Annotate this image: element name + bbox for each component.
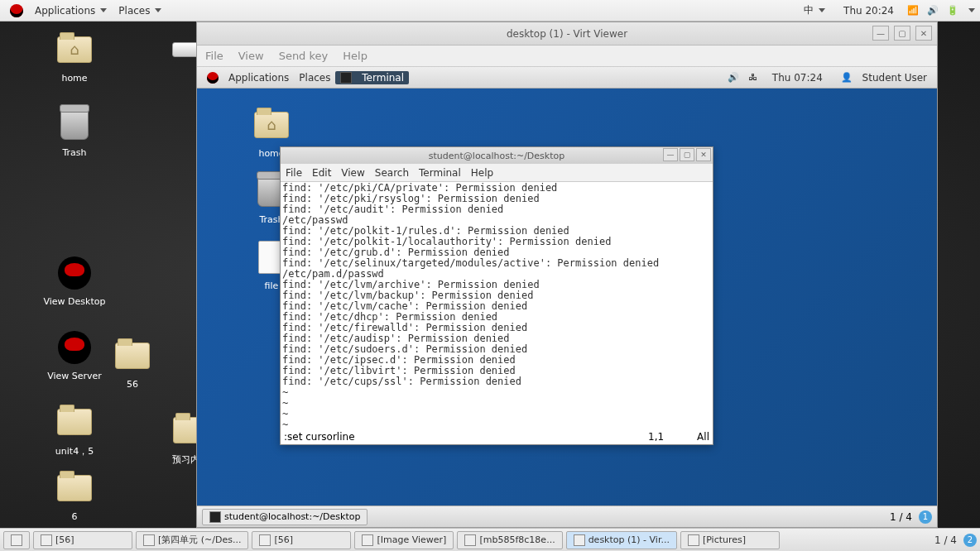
virt-viewer-window: desktop (1) - Virt Viewer — ▢ ✕ File Vie… <box>196 22 938 528</box>
network-icon[interactable]: 📶 <box>907 5 919 17</box>
host-workspace-badge[interactable]: 2 <box>963 534 977 547</box>
guest-applications-menu[interactable]: Applications <box>223 70 294 85</box>
guest-user-menu[interactable]: 👤 Student User <box>836 70 932 85</box>
term-menu-view[interactable]: View <box>341 167 364 179</box>
guest-clock[interactable]: Thu 07:24 <box>767 70 828 85</box>
maximize-button[interactable]: ▢ <box>894 26 910 41</box>
chevron-down-icon <box>155 8 161 12</box>
icon-label: Trash <box>62 147 86 158</box>
icon-label: 6 <box>72 511 78 522</box>
terminal-icon <box>340 72 352 84</box>
close-button[interactable]: ✕ <box>915 26 932 41</box>
host-bottom-panel: [56][第四单元 (~/Des...[56][Image Viewer][mb… <box>0 528 980 551</box>
app-icon <box>362 534 373 546</box>
folder-56[interactable]: 56 <box>91 336 174 390</box>
menu-file[interactable]: File <box>205 50 223 62</box>
window-title: desktop (1) - Virt Viewer <box>507 28 627 40</box>
host-taskbar-item[interactable]: [Image Viewer] <box>354 531 454 549</box>
battery-icon[interactable]: 🔋 <box>947 5 958 17</box>
folder-6[interactable]: 6 <box>33 468 116 522</box>
host-taskbar-item[interactable]: desktop (1) - Vir... <box>566 531 677 549</box>
ime-indicator[interactable]: 中 <box>799 2 830 19</box>
guest-places-menu[interactable]: Places <box>294 70 335 85</box>
term-menu-help[interactable]: Help <box>471 167 493 179</box>
vim-position: 1,1 <box>648 431 664 444</box>
term-menu-terminal[interactable]: Terminal <box>419 167 461 179</box>
home-folder-icon[interactable]: home <box>33 30 116 84</box>
host-taskbar-item[interactable]: [第四单元 (~/Des... <box>136 531 248 549</box>
app-icon <box>41 534 52 546</box>
virt-guest-screen[interactable]: Applications Places Terminal 🔊 🖧 Thu 07:… <box>197 67 937 527</box>
menu-sendkey[interactable]: Send key <box>279 50 329 62</box>
icon-label: 56 <box>127 379 138 390</box>
terminal-close-button[interactable]: ✕ <box>696 148 711 161</box>
trash-icon[interactable]: Trash <box>33 104 116 158</box>
folder-unit45[interactable]: unit4，5 <box>33 402 116 458</box>
chevron-down-icon <box>819 8 825 12</box>
view-desktop-launcher[interactable]: View Desktop <box>33 253 116 307</box>
applications-menu[interactable]: Applications <box>30 3 112 18</box>
chevron-down-icon <box>100 8 107 12</box>
icon-label: unit4，5 <box>55 445 94 458</box>
virt-menubar: File View Send key Help <box>197 46 937 67</box>
app-icon <box>574 534 585 546</box>
desktop-icon <box>11 534 22 546</box>
applications-label: Applications <box>35 5 95 17</box>
guest-top-panel: Applications Places Terminal 🔊 🖧 Thu 07:… <box>197 67 937 89</box>
user-icon: 👤 <box>841 72 853 84</box>
terminal-titlebar[interactable]: student@localhost:~/Desktop — ▢ ✕ <box>281 147 713 164</box>
menu-view[interactable]: View <box>238 50 264 62</box>
minimize-button[interactable]: — <box>872 26 889 41</box>
terminal-menubar: File Edit View Search Terminal Help <box>281 164 713 182</box>
guest-taskbar-item-terminal[interactable]: student@localhost:~/Desktop <box>202 509 368 525</box>
terminal-maximize-button[interactable]: ▢ <box>680 148 694 161</box>
guest-desktop[interactable]: home Trash file student@localhost:~/Desk… <box>197 89 937 505</box>
volume-icon[interactable]: 🔊 <box>927 5 939 17</box>
places-label: Places <box>118 5 150 17</box>
menu-help[interactable]: Help <box>343 50 368 62</box>
clock[interactable]: Thu 20:24 <box>838 3 899 18</box>
host-taskbar-item[interactable]: [56] <box>33 531 132 549</box>
guest-bottom-panel: student@localhost:~/Desktop 1 / 4 1 <box>197 505 937 527</box>
app-icon <box>259 534 271 546</box>
terminal-title: student@localhost:~/Desktop <box>429 151 564 161</box>
guest-terminal-launcher[interactable]: Terminal <box>335 71 409 84</box>
host-taskbar-item[interactable]: [mb585f8c18e... <box>457 531 562 549</box>
icon-label: View Desktop <box>44 296 106 307</box>
vim-command: :set cursorline <box>284 431 355 444</box>
guest-workspace-badge[interactable]: 1 <box>919 510 932 524</box>
host-taskbar-item[interactable]: [Pictures] <box>680 531 780 549</box>
system-menu-icon[interactable] <box>968 8 975 12</box>
term-menu-file[interactable]: File <box>286 167 302 179</box>
guest-redhat-icon[interactable] <box>202 70 223 85</box>
app-icon <box>464 534 476 546</box>
terminal-output[interactable]: find: '/etc/pki/CA/private': Permission … <box>281 182 713 431</box>
app-icon <box>143 534 155 546</box>
places-menu[interactable]: Places <box>113 3 166 18</box>
guest-network-icon[interactable]: 🖧 <box>747 72 759 84</box>
terminal-status-line: :set cursorline 1,1 All <box>281 431 713 444</box>
icon-label: file <box>265 280 279 291</box>
redhat-menu-icon[interactable] <box>5 2 28 19</box>
terminal-minimize-button[interactable]: — <box>663 148 678 161</box>
guest-workspace-indicator[interactable]: 1 / 4 <box>890 511 912 523</box>
host-top-panel: Applications Places 中 Thu 20:24 📶 🔊 🔋 <box>0 0 980 22</box>
host-taskbar-item[interactable]: [56] <box>252 531 351 549</box>
terminal-icon <box>209 511 221 523</box>
window-titlebar[interactable]: desktop (1) - Virt Viewer — ▢ ✕ <box>197 22 937 46</box>
guest-terminal-window: student@localhost:~/Desktop — ▢ ✕ File E… <box>280 146 713 445</box>
app-icon <box>688 534 699 546</box>
show-desktop-button[interactable] <box>3 531 30 549</box>
vim-percent: All <box>697 431 709 444</box>
term-menu-search[interactable]: Search <box>375 167 409 179</box>
term-menu-edit[interactable]: Edit <box>312 167 331 179</box>
host-workspace-indicator[interactable]: 1 / 4 <box>934 534 957 546</box>
guest-volume-icon[interactable]: 🔊 <box>728 72 739 84</box>
icon-label: home <box>61 73 87 84</box>
